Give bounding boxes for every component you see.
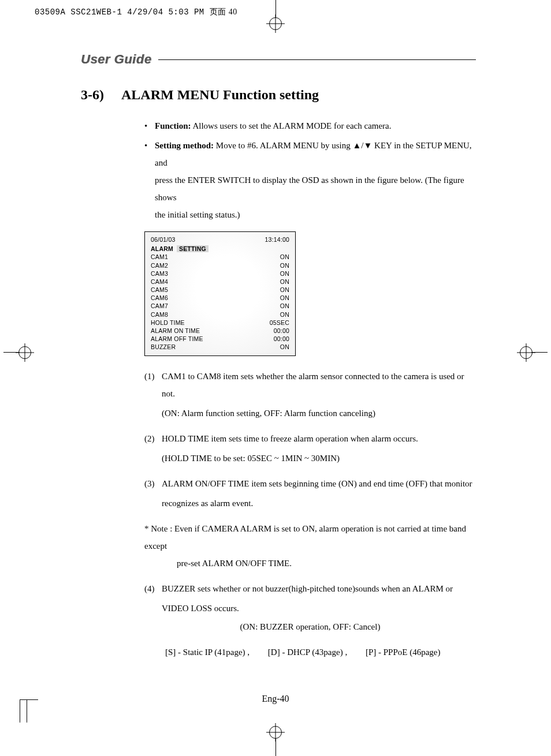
- registration-mark-icon: [18, 346, 31, 359]
- registration-mark-icon: [269, 726, 282, 739]
- list-item-4: (4) BUZZER sets whether or not buzzer(hi…: [144, 580, 476, 597]
- section-number: 3-6): [81, 87, 121, 103]
- label-setting: Setting method:: [155, 141, 214, 150]
- osd-title-tab: SETTING: [177, 245, 209, 252]
- text-setting-3: the initial setting status.): [155, 206, 476, 223]
- body: HOLD TIME item sets time to freeze alarm…: [162, 430, 476, 447]
- osd-title: ALARMSETTING: [151, 245, 289, 253]
- osd-row: CAM2ON: [151, 261, 289, 270]
- crop-mark-bottom: [264, 724, 287, 756]
- osd-row: CAM3ON: [151, 270, 289, 278]
- list-item-2: (2) HOLD TIME item sets time to freeze a…: [144, 430, 476, 447]
- label-function: Function:: [155, 121, 191, 130]
- marker: (3): [144, 475, 162, 492]
- registration-mark-icon: [269, 17, 282, 30]
- sub: recognizes as alarm event.: [162, 495, 476, 512]
- page-refs: [S] - Static IP (41page) , [D] - DHCP (4…: [165, 643, 476, 661]
- body: ALARM ON/OFF TIME item sets beginning ti…: [162, 475, 476, 492]
- osd-row: CAM8ON: [151, 310, 289, 319]
- bullet-function: Function: Allows users to set the ALARM …: [144, 117, 476, 134]
- note-line-1: * Note : Even if CAMERA ALARM is set to …: [144, 524, 466, 551]
- osd-header-row: 06/01/03 13:14:00: [151, 235, 289, 244]
- bullet-setting: Setting method: Move to #6. ALARM MENU b…: [144, 137, 476, 223]
- note-line-2: pre-set ALARM ON/OFF TIME.: [177, 555, 476, 572]
- osd-figure: 06/01/03 13:14:00 ALARMSETTING CAM1ON CA…: [144, 231, 476, 356]
- registration-mark-icon: [520, 346, 533, 359]
- ref-pppoe: [P] - PPPoE (46page): [366, 643, 441, 661]
- note: * Note : Even if CAMERA ALARM is set to …: [144, 520, 476, 572]
- sub: VIDEO LOSS occurs.: [162, 600, 476, 617]
- osd-title-left: ALARM: [151, 245, 173, 252]
- osd-row: ALARM OFF TIME00:00: [151, 335, 289, 343]
- sub: (ON: Alarm function setting, OFF: Alarm …: [162, 405, 476, 422]
- print-slug: 03509A SSC21WEB-1 4/29/04 5:03 PM 页面 40: [35, 7, 237, 17]
- sub: (HOLD TIME to be set: 05SEC ~ 1MIN ~ 30M…: [162, 450, 476, 467]
- list-item-3: (3) ALARM ON/OFF TIME item sets beginnin…: [144, 475, 476, 492]
- content-block: Function: Allows users to set the ALARM …: [144, 117, 476, 661]
- marker: (2): [144, 430, 162, 447]
- osd-row: ALARM ON TIME00:00: [151, 327, 289, 335]
- osd-row: HOLD TIME05SEC: [151, 319, 289, 327]
- marker: (4): [144, 580, 162, 597]
- page-body: User Guide 3-6)ALARM MENU Function setti…: [35, 35, 516, 721]
- slug-text: 03509A SSC21WEB-1 4/29/04 5:03 PM: [35, 8, 210, 17]
- osd-row: BUZZERON: [151, 343, 289, 351]
- slug-cjk: 页面 40: [210, 8, 237, 16]
- bullet-list: Function: Allows users to set the ALARM …: [144, 117, 476, 223]
- text-function: Allows users to set the ALARM MODE for e…: [191, 121, 392, 130]
- list-item-1: (1) CAM1 to CAM8 item sets whether the a…: [144, 368, 476, 402]
- page-number: Eng-40: [35, 694, 516, 704]
- osd-box: 06/01/03 13:14:00 ALARMSETTING CAM1ON CA…: [144, 231, 296, 356]
- osd-row: CAM6ON: [151, 294, 289, 302]
- header-title: User Guide: [81, 52, 158, 67]
- body: BUZZER sets whether or not buzzer(high-p…: [162, 580, 476, 597]
- section-heading: ALARM MENU Function setting: [121, 87, 319, 102]
- osd-row: CAM5ON: [151, 286, 289, 294]
- ref-dhcp: [D] - DHCP (43page) ,: [268, 643, 347, 661]
- marker: (1): [144, 368, 162, 402]
- osd-date: 06/01/03: [151, 235, 175, 244]
- text-setting-2: press the ENTER SWITCH to display the OS…: [155, 171, 476, 206]
- numbered-list: (1) CAM1 to CAM8 item sets whether the a…: [144, 368, 476, 661]
- ref-static: [S] - Static IP (41page) ,: [165, 643, 250, 661]
- osd-row: CAM1ON: [151, 253, 289, 261]
- section-title: 3-6)ALARM MENU Function setting: [81, 87, 476, 103]
- header-rule: [158, 59, 476, 60]
- osd-row: CAM7ON: [151, 302, 289, 310]
- crop-mark-top: [264, 0, 287, 32]
- osd-time: 13:14:00: [265, 235, 289, 244]
- page-header: User Guide: [81, 52, 476, 67]
- osd-row: CAM4ON: [151, 278, 289, 286]
- center-line: (ON: BUZZER operation, OFF: Cancel): [144, 618, 476, 635]
- crop-mark-corner: [17, 699, 33, 723]
- body: CAM1 to CAM8 item sets whether the alarm…: [162, 368, 476, 402]
